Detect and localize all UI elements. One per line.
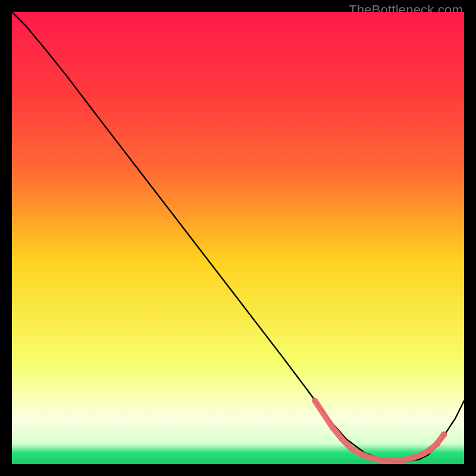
chart-container: TheBottleneck.com <box>0 0 476 476</box>
highlight-dot <box>434 440 440 447</box>
gradient-background <box>12 12 464 464</box>
highlight-dot <box>427 446 434 453</box>
bottleneck-chart <box>12 12 464 464</box>
plot-area <box>12 12 464 464</box>
highlight-dot <box>440 431 447 438</box>
